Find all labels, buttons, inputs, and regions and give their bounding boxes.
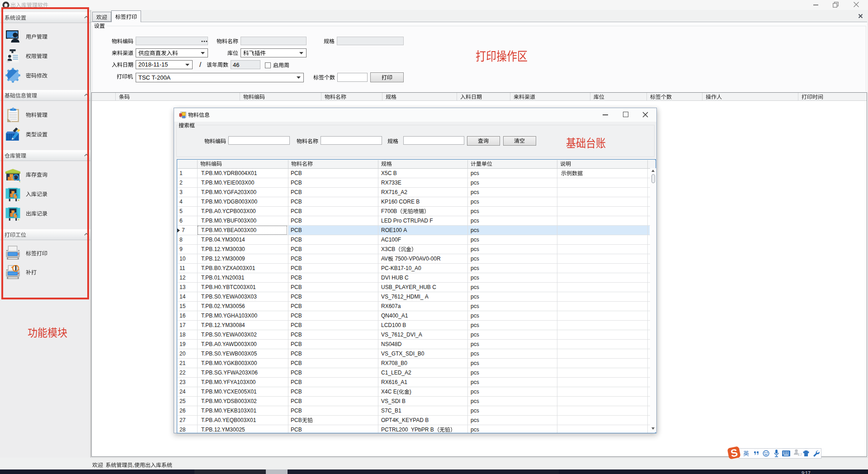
svg-text:17: 17 [797,452,802,457]
